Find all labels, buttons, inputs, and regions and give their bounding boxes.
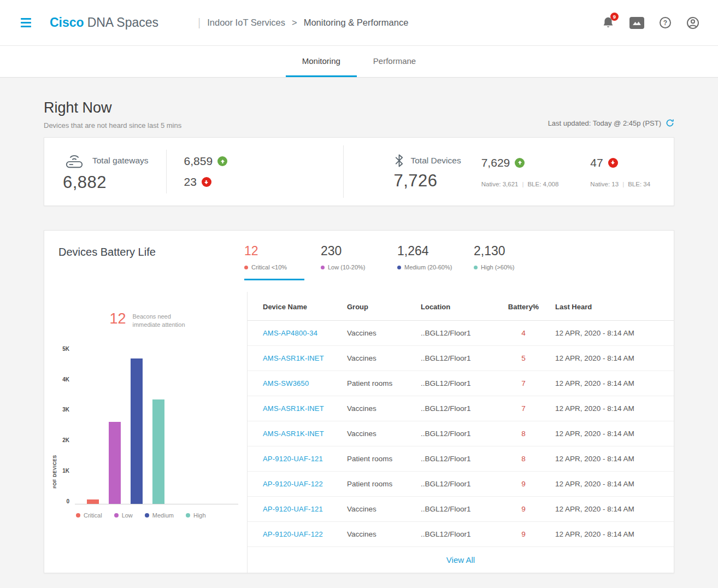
devices-label: Total Devices bbox=[411, 156, 461, 166]
low-count: 230 bbox=[321, 244, 381, 258]
battery-chart-panel: 12 Beacons need immediate attention #OF … bbox=[44, 292, 248, 573]
cell-location: ..BGL12/Floor1 bbox=[415, 472, 497, 497]
cell-last-heard: 12 APR, 2020 - 8:14 AM bbox=[550, 446, 674, 472]
cell-location: ..BGL12/Floor1 bbox=[415, 497, 497, 522]
breadcrumb-page: Monitoring & Performance bbox=[304, 17, 409, 28]
cell-battery-percent: 8 bbox=[497, 446, 550, 472]
gateways-block: Total gateways 6,882 6,859 23 bbox=[44, 138, 343, 205]
device-name-link[interactable]: AMS-AP4800-34 bbox=[263, 329, 317, 337]
header-icons: 9 ? bbox=[602, 16, 699, 30]
medium-dot-icon bbox=[397, 266, 401, 269]
help-icon[interactable]: ? bbox=[660, 17, 671, 28]
legend-high-dot-icon bbox=[186, 513, 190, 518]
display-icon[interactable] bbox=[629, 17, 644, 29]
legend-high-label: High bbox=[193, 512, 206, 519]
y-axis-ticks: 5K 4K 3K 2K 1K 0 bbox=[57, 346, 75, 504]
device-name-link[interactable]: AP-9120-UAF-122 bbox=[263, 480, 323, 488]
summary-tab-critical[interactable]: 12 Critical <10% bbox=[244, 244, 304, 280]
cell-location: ..BGL12/Floor1 bbox=[415, 371, 497, 396]
summary-tab-high[interactable]: 2,130 High (>60%) bbox=[474, 244, 534, 280]
right-now-header: Right Now Devices that are not heard sin… bbox=[44, 99, 674, 130]
gateways-total: 6,882 bbox=[63, 173, 149, 192]
device-name-link[interactable]: AMS-ASR1K-INET bbox=[263, 404, 324, 413]
cell-battery-percent: 4 bbox=[497, 321, 550, 346]
right-now-card: Total gateways 6,882 6,859 23 bbox=[44, 137, 674, 206]
bar-low bbox=[109, 422, 121, 504]
bar-plot-area bbox=[75, 346, 238, 504]
critical-label: Critical <10% bbox=[251, 264, 287, 271]
legend-critical-label: Critical bbox=[84, 512, 102, 519]
cell-battery-percent: 5 bbox=[497, 346, 550, 371]
critical-dot-icon bbox=[244, 266, 248, 269]
device-name-link[interactable]: AP-9120-UAF-121 bbox=[263, 455, 323, 463]
cell-group: Vaccines bbox=[342, 522, 415, 547]
breadcrumb-pipe: | bbox=[198, 16, 201, 29]
table-row: AMS-ASR1K-INET Vaccines ..BGL12/Floor1 5… bbox=[248, 346, 674, 371]
cell-group: Vaccines bbox=[342, 421, 415, 446]
cell-last-heard: 12 APR, 2020 - 8:14 AM bbox=[550, 497, 674, 522]
medium-label: Medium (20-60%) bbox=[404, 264, 452, 271]
beacons-callout-value: 12 bbox=[109, 311, 126, 326]
high-count: 2,130 bbox=[474, 244, 534, 258]
device-name-link[interactable]: AMS-ASR1K-INET bbox=[263, 354, 324, 362]
devices-block: Total Devices 7,726 7,629 Native: 3,621|… bbox=[344, 138, 674, 205]
cell-battery-percent: 9 bbox=[497, 522, 550, 547]
cell-location: ..BGL12/Floor1 bbox=[415, 446, 497, 472]
cell-group: Patient rooms bbox=[342, 446, 415, 472]
notification-bell-icon[interactable]: 9 bbox=[602, 16, 614, 29]
app-logo[interactable]: CiscoDNA Spaces bbox=[50, 15, 158, 30]
section-subtitle: Devices that are not heard since last 5 … bbox=[44, 121, 181, 130]
device-name-link[interactable]: AP-9120-UAF-121 bbox=[263, 505, 323, 513]
breadcrumb-section[interactable]: Indoor IoT Services bbox=[207, 17, 285, 28]
cell-location: ..BGL12/Floor1 bbox=[415, 421, 497, 446]
devices-total: 7,726 bbox=[394, 171, 461, 191]
devices-down-detail: Native: 13|BLE: 34 bbox=[590, 181, 650, 187]
table-row: AMS-ASR1K-INET Vaccines ..BGL12/Floor1 8… bbox=[248, 421, 674, 446]
battery-bar-chart: #OF DEVICES 5K 4K 3K 2K 1K 0 bbox=[52, 346, 238, 504]
account-icon[interactable] bbox=[686, 16, 699, 30]
table-row: AP-9120-UAF-121 Patient rooms ..BGL12/Fl… bbox=[248, 446, 674, 472]
col-header-location: Location bbox=[415, 292, 497, 321]
legend-low-label: Low bbox=[122, 512, 133, 519]
table-row: AMS-SW3650 Patient rooms ..BGL12/Floor1 … bbox=[248, 371, 674, 396]
cell-group: Patient rooms bbox=[342, 472, 415, 497]
legend-low-dot-icon bbox=[114, 513, 119, 518]
device-name-link[interactable]: AP-9120-UAF-122 bbox=[263, 530, 323, 538]
table-row: AP-9120-UAF-121 Vaccines ..BGL12/Floor1 … bbox=[248, 497, 674, 522]
legend-critical-dot-icon bbox=[76, 513, 80, 518]
cell-battery-percent: 9 bbox=[497, 472, 550, 497]
cell-group: Vaccines bbox=[342, 321, 415, 346]
battery-table-panel: Device Name Group Location Battery% Last… bbox=[248, 292, 674, 573]
high-dot-icon bbox=[474, 266, 478, 269]
tab-performance[interactable]: Performane bbox=[357, 46, 432, 77]
low-dot-icon bbox=[321, 266, 325, 269]
trend-up-icon bbox=[217, 156, 227, 166]
refresh-icon[interactable] bbox=[666, 119, 674, 127]
summary-tab-medium[interactable]: 1,264 Medium (20-60%) bbox=[397, 244, 457, 280]
menu-icon[interactable] bbox=[19, 16, 33, 30]
summary-tab-low[interactable]: 230 Low (10-20%) bbox=[321, 244, 381, 280]
col-header-battery: Battery% bbox=[497, 292, 550, 321]
notification-badge: 9 bbox=[610, 13, 619, 21]
cell-last-heard: 12 APR, 2020 - 8:14 AM bbox=[550, 396, 674, 421]
table-row: AP-9120-UAF-122 Vaccines ..BGL12/Floor1 … bbox=[248, 522, 674, 547]
app-header: CiscoDNA Spaces | Indoor IoT Services > … bbox=[0, 0, 718, 46]
device-name-link[interactable]: AMS-SW3650 bbox=[263, 379, 309, 387]
tab-monitoring[interactable]: Monitoring bbox=[286, 46, 357, 77]
high-label: High (>60%) bbox=[481, 264, 514, 271]
device-name-link[interactable]: AMS-ASR1K-INET bbox=[263, 430, 324, 438]
cell-battery-percent: 7 bbox=[497, 396, 550, 421]
legend-medium-label: Medium bbox=[152, 512, 174, 519]
col-header-device-name: Device Name bbox=[248, 292, 342, 321]
cell-location: ..BGL12/Floor1 bbox=[415, 522, 497, 547]
battery-devices-table: Device Name Group Location Battery% Last… bbox=[248, 292, 674, 547]
gateways-label: Total gateways bbox=[92, 156, 149, 166]
chart-legend: Critical Low Medium High bbox=[76, 512, 238, 519]
table-row: AMS-ASR1K-INET Vaccines ..BGL12/Floor1 7… bbox=[248, 396, 674, 421]
view-all-link[interactable]: View All bbox=[248, 547, 674, 573]
bluetooth-icon bbox=[394, 152, 404, 169]
cell-last-heard: 12 APR, 2020 - 8:14 AM bbox=[550, 421, 674, 446]
trend-up-icon bbox=[515, 158, 525, 168]
last-updated-text: Last updated: Today @ 2:45p (PST) bbox=[548, 119, 661, 127]
gateway-icon bbox=[63, 151, 86, 170]
